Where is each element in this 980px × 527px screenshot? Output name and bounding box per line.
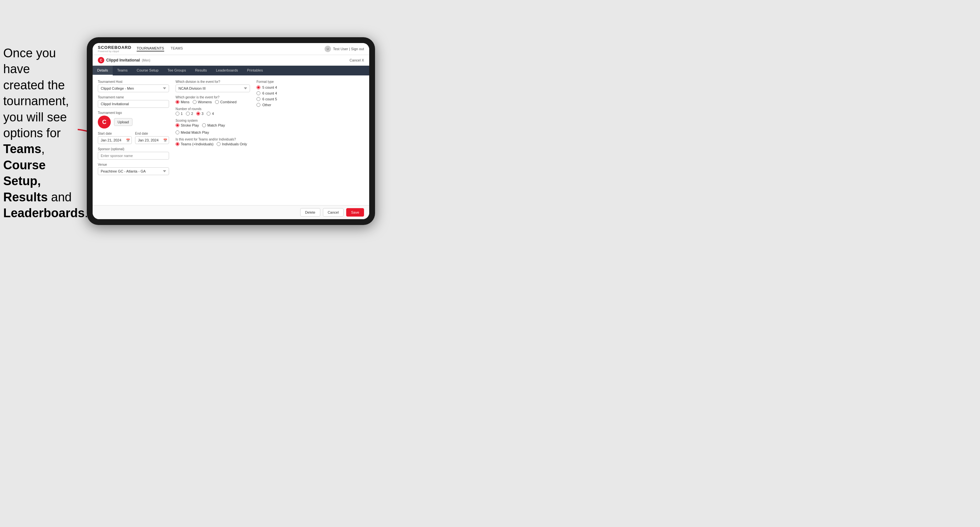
logo-upload-area: C Upload: [98, 116, 169, 129]
venue-field: Venue Peachtree GC - Atlanta - GA: [98, 163, 169, 175]
tournament-name-header: Clippd Invitational: [106, 58, 140, 62]
format-5count4[interactable]: 5 count 4: [256, 86, 364, 89]
gender-womens[interactable]: Womens: [193, 100, 212, 104]
delete-button[interactable]: Delete: [300, 208, 320, 217]
rounds-3[interactable]: 3: [196, 112, 204, 116]
tournament-logo-field: Tournament logo C Upload: [98, 111, 169, 129]
form-col-left: Tournament Host Clippd College - Men Tou…: [98, 80, 169, 201]
format-6count4-label: 6 count 4: [262, 91, 277, 95]
format-6count5[interactable]: 6 count 5: [256, 97, 364, 101]
scoring-stroke[interactable]: Stroke Play: [175, 123, 199, 127]
tab-printables[interactable]: Printables: [243, 66, 267, 75]
tab-leaderboards[interactable]: Leaderboards: [212, 66, 243, 75]
tab-details[interactable]: Details: [92, 66, 113, 75]
tournament-host-field: Tournament Host Clippd College - Men: [98, 80, 169, 92]
tournament-name-input[interactable]: [98, 100, 169, 108]
teams-field: Is this event for Teams and/or Individua…: [175, 138, 250, 146]
nav-teams[interactable]: TEAMS: [171, 46, 183, 51]
gender-combined-radio[interactable]: [215, 100, 219, 104]
intro-text: Once you have created the tournament, yo…: [0, 45, 75, 221]
calendar-icon-start: 📅: [126, 138, 130, 142]
rounds-1-radio[interactable]: [175, 112, 180, 116]
scoring-match[interactable]: Match Play: [202, 123, 225, 127]
top-right-user: U Test User | Sign out: [325, 46, 364, 52]
logo-sub-text: Powered by clippd: [98, 50, 132, 53]
teams-label: Is this event for Teams and/or Individua…: [175, 138, 250, 141]
gender-mens-radio[interactable]: [175, 100, 180, 104]
tab-results[interactable]: Results: [191, 66, 212, 75]
tournament-name-field: Tournament name: [98, 95, 169, 108]
division-select[interactable]: NCAA Division III: [175, 84, 250, 92]
form-col-center: Which division is the event for? NCAA Di…: [175, 80, 250, 201]
scoring-medal[interactable]: Medal Match Play: [175, 130, 209, 134]
start-date-wrap: 📅: [98, 136, 132, 144]
format-6count5-radio[interactable]: [256, 97, 260, 101]
logo-main-text: SCOREBOARD: [98, 45, 132, 50]
rounds-3-label: 3: [202, 112, 204, 116]
teams-plus-label: Teams (+Individuals): [181, 142, 213, 146]
format-other[interactable]: Other: [256, 103, 364, 107]
venue-select[interactable]: Peachtree GC - Atlanta - GA: [98, 167, 169, 175]
format-5count4-radio[interactable]: [256, 86, 260, 89]
end-date-wrap: 📅: [135, 136, 169, 144]
end-date-field: End date 📅: [135, 132, 169, 144]
tab-tee-groups[interactable]: Tee Groups: [163, 66, 191, 75]
tournament-title: C Clippd Invitational (Men): [98, 57, 150, 63]
rounds-2[interactable]: 2: [186, 112, 193, 116]
scoring-match-radio[interactable]: [202, 123, 206, 127]
nav-tournaments[interactable]: TOURNAMENTS: [137, 46, 164, 51]
user-sign-out[interactable]: Test User | Sign out: [333, 47, 364, 51]
scoring-field: Scoring system Stroke Play Match Play: [175, 119, 250, 134]
tab-teams[interactable]: Teams: [113, 66, 132, 75]
format-label: Format type: [256, 80, 364, 84]
scoring-medal-radio[interactable]: [175, 130, 180, 134]
format-6count4[interactable]: 6 count 4: [256, 91, 364, 95]
end-date-label: End date: [135, 132, 169, 135]
gender-radio-group: Mens Womens Combined: [175, 100, 250, 104]
tournament-host-select[interactable]: Clippd College - Men: [98, 84, 169, 92]
tournament-logo-label: Tournament logo: [98, 111, 169, 114]
date-row: Start date 📅 End date 📅: [98, 132, 169, 144]
format-6count4-radio[interactable]: [256, 91, 260, 95]
scoring-match-label: Match Play: [207, 123, 225, 127]
rounds-field: Number of rounds 1 2 3: [175, 107, 250, 116]
rounds-2-label: 2: [191, 112, 193, 116]
rounds-4[interactable]: 4: [207, 112, 214, 116]
rounds-2-radio[interactable]: [186, 112, 190, 116]
top-navigation: TOURNAMENTS TEAMS: [137, 46, 183, 51]
sponsor-input[interactable]: [98, 152, 169, 160]
rounds-4-radio[interactable]: [207, 112, 210, 116]
format-other-radio[interactable]: [256, 103, 260, 107]
scoring-stroke-radio[interactable]: [175, 123, 180, 127]
format-5count4-label: 5 count 4: [262, 86, 277, 89]
bottom-bar: Delete Cancel Save: [92, 205, 369, 219]
rounds-1-label: 1: [181, 112, 183, 116]
teams-plus-individuals[interactable]: Teams (+Individuals): [175, 142, 213, 146]
gender-combined-label: Combined: [220, 100, 236, 104]
rounds-3-radio[interactable]: [196, 112, 200, 116]
gender-mens[interactable]: Mens: [175, 100, 189, 104]
format-other-label: Other: [262, 103, 271, 107]
logo-circle-preview: C: [98, 116, 111, 129]
individuals-only-radio[interactable]: [217, 142, 221, 146]
cancel-button[interactable]: Cancel: [323, 208, 344, 217]
tab-course-setup[interactable]: Course Setup: [132, 66, 163, 75]
teams-plus-radio[interactable]: [175, 142, 180, 146]
cancel-close-button[interactable]: Cancel X: [350, 58, 364, 62]
individuals-only[interactable]: Individuals Only: [217, 142, 247, 146]
gender-label: Which gender is the event for?: [175, 95, 250, 99]
tournament-gender-tag: (Men): [142, 59, 150, 62]
upload-button[interactable]: Upload: [114, 118, 132, 126]
division-label: Which division is the event for?: [175, 80, 250, 84]
rounds-1[interactable]: 1: [175, 112, 183, 116]
rounds-label: Number of rounds: [175, 107, 250, 111]
calendar-icon-end: 📅: [163, 138, 167, 142]
gender-womens-label: Womens: [198, 100, 212, 104]
top-bar: SCOREBOARD Powered by clippd TOURNAMENTS…: [92, 43, 369, 55]
save-button[interactable]: Save: [346, 208, 364, 217]
division-field: Which division is the event for? NCAA Di…: [175, 80, 250, 92]
gender-womens-radio[interactable]: [193, 100, 197, 104]
scoreboard-logo: SCOREBOARD Powered by clippd: [98, 45, 132, 53]
rounds-4-label: 4: [212, 112, 214, 116]
gender-combined[interactable]: Combined: [215, 100, 236, 104]
